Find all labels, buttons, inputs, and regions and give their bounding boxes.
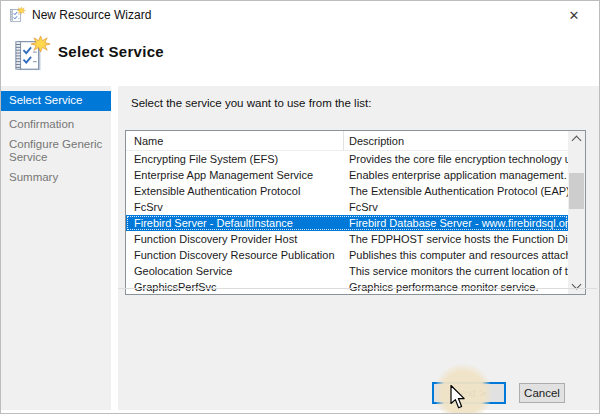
wizard-notebook-icon <box>9 7 26 23</box>
service-row[interactable]: Function Discovery Resource Publication … <box>126 247 568 263</box>
service-description-cell: This service monitors the current locati… <box>344 265 568 277</box>
service-row[interactable]: Encrypting File System (EFS) Provides th… <box>126 151 568 167</box>
footer-separator <box>118 288 597 289</box>
sidebar-item-summary[interactable]: Summary <box>1 169 111 187</box>
scroll-down-button[interactable] <box>568 278 585 294</box>
service-row-selected[interactable]: Firebird Server - DefaultInstance Firebi… <box>126 215 568 231</box>
service-row[interactable]: Extensible Authentication Protocol The E… <box>126 183 568 199</box>
service-description-cell: FcSrv <box>344 201 568 213</box>
service-description-cell: Enables enterprise application managemen… <box>344 169 568 181</box>
cancel-button[interactable]: Cancel <box>519 383 565 403</box>
sidebar-item-configure-generic-service[interactable]: Configure Generic Service <box>1 136 111 167</box>
service-name-cell: Firebird Server - DefaultInstance <box>126 217 344 229</box>
service-name-cell: FcSrv <box>126 201 344 213</box>
sidebar-item-confirmation[interactable]: Confirmation <box>1 116 111 134</box>
service-row[interactable]: Geolocation Service This service monitor… <box>126 263 568 279</box>
wizard-page-icon <box>13 33 51 75</box>
sidebar-divider <box>111 86 118 410</box>
page-title: Select Service <box>58 43 164 60</box>
service-name-cell: Extensible Authentication Protocol <box>126 185 344 197</box>
next-button[interactable]: Next > <box>432 382 506 404</box>
service-list: Name Description Encrypting File System … <box>125 130 586 295</box>
scrollbar-thumb[interactable] <box>569 173 584 209</box>
vertical-scrollbar[interactable] <box>568 131 585 294</box>
next-button-label: Next > <box>452 387 486 399</box>
column-header-name[interactable]: Name <box>126 131 344 150</box>
wizard-steps-nav: Select Service Confirmation Configure Ge… <box>1 91 111 189</box>
wizard-body: Select Service Confirmation Configure Ge… <box>1 86 600 410</box>
service-row[interactable]: GraphicsPerfSvc Graphics performance mon… <box>126 279 568 294</box>
wizard-content: Select the service you want to use from … <box>118 86 600 410</box>
service-description-cell: Provides the core file encryption techno… <box>344 153 568 165</box>
scroll-up-button[interactable] <box>568 131 585 147</box>
service-description-cell: Graphics performance monitor service. <box>344 281 568 293</box>
window-title: New Resource Wizard <box>32 8 151 22</box>
titlebar[interactable]: New Resource Wizard ✕ <box>1 1 599 29</box>
service-description-cell: Firebird Database Server - www.firebirds… <box>344 217 568 229</box>
service-list-header: Name Description <box>126 131 568 151</box>
service-name-cell: Function Discovery Resource Publication <box>126 249 344 261</box>
service-description-cell: The FDPHOST service hosts the Function D… <box>344 233 568 245</box>
close-icon: ✕ <box>569 8 580 23</box>
instruction-text: Select the service you want to use from … <box>131 97 371 109</box>
close-button[interactable]: ✕ <box>559 3 589 27</box>
service-name-cell: Encrypting File System (EFS) <box>126 153 344 165</box>
service-row[interactable]: FcSrv FcSrv <box>126 199 568 215</box>
service-row[interactable]: Function Discovery Provider Host The FDP… <box>126 231 568 247</box>
service-rows: Encrypting File System (EFS) Provides th… <box>126 151 568 294</box>
column-header-description[interactable]: Description <box>344 131 568 150</box>
sidebar-item-select-service[interactable]: Select Service <box>1 91 111 111</box>
service-description-cell: The Extensible Authentication Protocol (… <box>344 185 568 197</box>
service-name-cell: Function Discovery Provider Host <box>126 233 344 245</box>
service-name-cell: Enterprise App Management Service <box>126 169 344 181</box>
service-name-cell: Geolocation Service <box>126 265 344 277</box>
service-description-cell: Publishes this computer and resources at… <box>344 249 568 261</box>
service-name-cell: GraphicsPerfSvc <box>126 281 344 293</box>
chevron-up-icon <box>572 136 582 146</box>
new-resource-wizard-window: New Resource Wizard ✕ Select Service Sel… <box>0 0 600 414</box>
service-row[interactable]: Enterprise App Management Service Enable… <box>126 167 568 183</box>
cancel-button-label: Cancel <box>524 387 560 399</box>
